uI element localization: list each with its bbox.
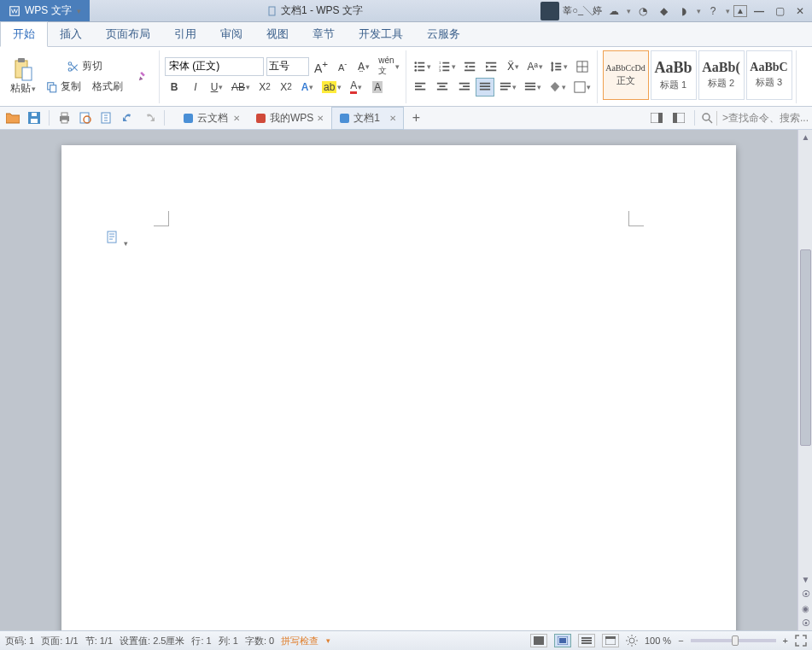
status-page[interactable]: 页面: 1/1 [41, 635, 78, 647]
menu-tab-1[interactable]: 插入 [48, 22, 94, 46]
view-nav-button[interactable] [669, 108, 688, 127]
fit-screen-icon[interactable] [795, 635, 807, 647]
vertical-scrollbar[interactable]: ▲ ▼ ⦿ ◉ ⦿ [797, 130, 812, 630]
document-page[interactable]: ▾ [61, 145, 736, 630]
zoom-in-button[interactable]: + [783, 635, 788, 646]
user-name[interactable]: 莘○_╲婷 [563, 4, 602, 17]
superscript-button[interactable]: X2 [255, 78, 274, 97]
status-line[interactable]: 行: 1 [191, 635, 211, 647]
paragraph-marker-icon[interactable]: ▾ [106, 231, 128, 249]
minimize-button[interactable]: — [751, 3, 768, 20]
italic-button[interactable]: I [186, 78, 205, 97]
doc-tab-close-icon[interactable]: ✕ [233, 114, 240, 123]
app-menu-dropdown-icon[interactable]: ▾ [77, 7, 81, 15]
doc-tab-0[interactable]: 云文档✕ [175, 107, 248, 130]
menu-tab-0[interactable]: 开始 [0, 21, 48, 47]
chat-dropdown-icon[interactable]: ▾ [627, 7, 631, 15]
sync-icon[interactable]: ◔ [634, 3, 651, 20]
help-dropdown-icon[interactable]: ▾ [726, 7, 730, 15]
menu-tab-6[interactable]: 章节 [301, 22, 347, 46]
zoom-out-button[interactable]: − [678, 635, 683, 646]
status-spell-dropdown-icon[interactable]: ▾ [326, 636, 330, 645]
menu-tab-4[interactable]: 审阅 [208, 22, 254, 46]
doc-tab-close-icon[interactable]: ✕ [389, 114, 396, 123]
align-distribute-button[interactable]: ▾ [497, 78, 519, 97]
open-button[interactable] [3, 108, 22, 127]
document-viewport[interactable]: ▾ [0, 130, 797, 630]
view-outline-button[interactable] [578, 634, 595, 647]
browse-object-button[interactable]: ◉ [798, 601, 812, 616]
bold-button[interactable]: B [165, 78, 184, 97]
scroll-thumb[interactable] [800, 249, 811, 446]
text-direction-button[interactable]: ▾ [522, 78, 544, 97]
status-spell-check[interactable]: 拼写检查 [281, 635, 318, 647]
prev-page-button[interactable]: ⦿ [798, 587, 812, 601]
numbering-button[interactable]: 123▾ [436, 57, 459, 76]
format-painter-button[interactable]: 格式刷 [88, 78, 127, 97]
increase-indent-button[interactable] [482, 57, 501, 76]
new-tab-button[interactable]: + [406, 108, 425, 127]
menu-tab-8[interactable]: 云服务 [415, 22, 472, 46]
status-word-count[interactable]: 字数: 0 [245, 635, 274, 647]
zoom-level[interactable]: 100 % [645, 635, 671, 646]
tabs-button[interactable]: ▾ [571, 78, 593, 97]
paste-quick-button[interactable] [97, 108, 116, 127]
change-case-button[interactable]: A̤▾ [354, 57, 373, 76]
doc-tab-close-icon[interactable]: ✕ [317, 114, 324, 123]
dashboard-icon[interactable]: ◗ [675, 3, 692, 20]
undo-button[interactable] [119, 108, 137, 127]
status-position[interactable]: 设置值: 2.5厘米 [120, 635, 184, 647]
status-page-number[interactable]: 页码: 1 [5, 635, 34, 647]
redo-button[interactable] [140, 108, 159, 127]
decrease-indent-button[interactable] [461, 57, 480, 76]
style-标题 3[interactable]: AaBbC标题 3 [746, 50, 792, 100]
menu-tab-2[interactable]: 页面布局 [94, 22, 162, 46]
view-print-layout-button[interactable] [554, 634, 571, 647]
align-right-button[interactable] [454, 78, 473, 97]
align-left-button[interactable] [412, 78, 430, 97]
subscript-button[interactable]: X2 [277, 78, 295, 97]
font-family-select[interactable] [165, 57, 264, 76]
brightness-icon[interactable] [626, 635, 638, 647]
font-color-button[interactable]: A▾ [347, 78, 365, 97]
menu-tab-3[interactable]: 引用 [162, 22, 208, 46]
save-button[interactable] [25, 108, 44, 127]
style-标题 1[interactable]: AaBb标题 1 [651, 50, 697, 100]
bullets-button[interactable]: ▾ [412, 57, 434, 76]
align-center-button[interactable] [433, 78, 452, 97]
print-preview-button[interactable] [76, 108, 95, 127]
scroll-down-button[interactable]: ▼ [798, 572, 812, 587]
borders-button[interactable] [573, 57, 592, 76]
char-shading-button[interactable]: A [368, 78, 387, 97]
view-web-layout-button[interactable] [602, 634, 619, 647]
help-icon[interactable]: ? [704, 3, 721, 20]
skin-icon[interactable]: ◆ [655, 3, 672, 20]
strikethrough-button[interactable]: AB▾ [229, 78, 253, 97]
font-size-select[interactable] [266, 57, 309, 76]
menu-tab-7[interactable]: 开发工具 [347, 22, 415, 46]
dashboard-dropdown-icon[interactable]: ▾ [697, 7, 701, 15]
paste-button[interactable]: 粘贴▾ [7, 54, 39, 99]
paste-dropdown-icon[interactable]: ▾ [32, 85, 36, 93]
char-spacing-button[interactable]: Ẍ▾ [504, 57, 523, 76]
text-effects-button[interactable]: A▾ [298, 78, 317, 97]
cut-button[interactable]: 剪切 [42, 57, 127, 76]
doc-tab-1[interactable]: 我的WPS✕ [248, 107, 331, 130]
asian-layout-button[interactable]: Aª▾ [525, 57, 546, 76]
maximize-button[interactable]: ▢ [771, 3, 788, 20]
next-page-button[interactable]: ⦿ [798, 616, 812, 630]
menu-tab-5[interactable]: 视图 [254, 22, 301, 46]
scroll-up-button[interactable]: ▲ [798, 130, 812, 144]
phonetic-guide-button[interactable]: wén文▾ [376, 57, 401, 76]
marker-dropdown-icon[interactable]: ▾ [124, 239, 128, 248]
view-side-button[interactable] [647, 108, 666, 127]
copy-button[interactable]: 复制 [42, 78, 85, 97]
zoom-slider[interactable] [691, 639, 776, 642]
collapse-ribbon-icon[interactable]: ▲ [733, 5, 747, 17]
print-button[interactable] [55, 108, 73, 127]
status-column[interactable]: 列: 1 [219, 635, 238, 647]
line-spacing-button[interactable]: ▾ [548, 57, 570, 76]
close-button[interactable]: ✕ [792, 3, 809, 20]
shrink-font-button[interactable]: A- [333, 57, 352, 76]
underline-button[interactable]: U▾ [207, 78, 226, 97]
